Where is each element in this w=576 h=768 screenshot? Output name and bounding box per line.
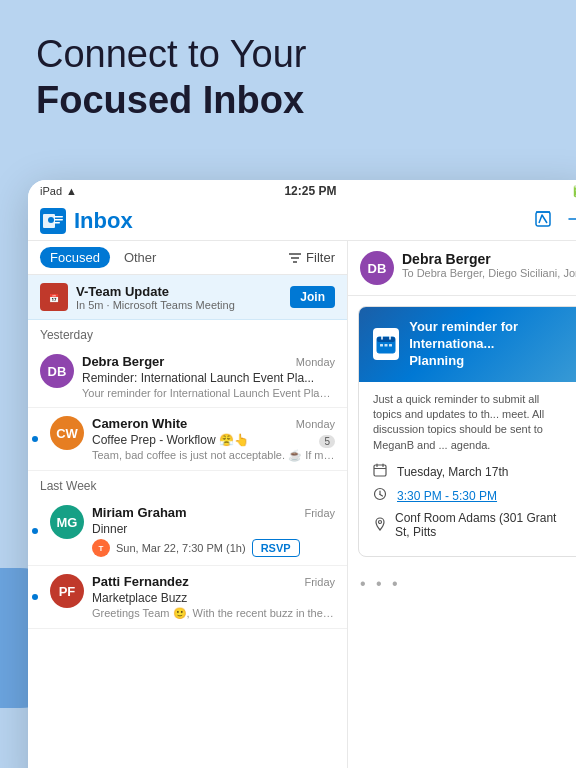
sender-debra: Debra Berger — [82, 354, 164, 369]
svg-rect-3 — [54, 216, 63, 218]
detail-sender-info: Debra Berger To Debra Berger, Diego Sici… — [402, 251, 576, 279]
email-header-debra: Debra Berger Monday — [82, 354, 335, 369]
tab-other[interactable]: Other — [114, 247, 167, 268]
reminder-title: Your reminder for Internationa...Plannin… — [409, 319, 571, 370]
date-cameron: Monday — [296, 418, 335, 430]
email-item-cameron[interactable]: CW Cameron White Monday Coffee Prep - Wo… — [28, 408, 347, 471]
email-item-debra[interactable]: DB Debra Berger Monday Reminder: Interna… — [28, 346, 347, 408]
detail-header: DB Debra Berger To Debra Berger, Diego S… — [348, 241, 576, 296]
svg-rect-17 — [385, 344, 388, 347]
svg-rect-13 — [377, 337, 395, 342]
email-body-debra: Debra Berger Monday Reminder: Internatio… — [82, 354, 335, 399]
count-badge-cameron: 5 — [319, 435, 335, 448]
hero-title: Connect to Your Focused Inbox — [36, 32, 540, 123]
vteam-icon: 📅 — [40, 283, 68, 311]
status-right: 🔋 — [544, 185, 576, 198]
vteam-subtitle: In 5m · Microsoft Teams Meeting — [76, 299, 282, 311]
device-frame: iPad ▲ 12:25 PM 🔋 Inbox — [28, 180, 576, 768]
vteam-title: V-Team Update — [76, 284, 282, 299]
tabs-bar: Focused Other Filter — [28, 241, 347, 275]
event-date: Tuesday, March 17th — [397, 465, 508, 479]
compose-icon[interactable] — [534, 210, 552, 232]
avatar-miriam: MG — [50, 505, 84, 539]
filter-label: Filter — [306, 250, 335, 265]
email-header-cameron: Cameron White Monday — [92, 416, 335, 431]
email-list: Yesterday DB Debra Berger Monday Reminde… — [28, 320, 347, 768]
email-body-cameron: Cameron White Monday Coffee Prep - Workf… — [92, 416, 335, 462]
sender-cameron: Cameron White — [92, 416, 187, 431]
more-indicator: • • • — [348, 567, 576, 601]
svg-line-25 — [380, 495, 383, 497]
reminder-card-header: Your reminder for Internationa...Plannin… — [359, 307, 576, 382]
svg-rect-18 — [389, 344, 392, 347]
rsvp-row: T Sun, Mar 22, 7:30 PM (1h) RSVP — [92, 539, 335, 557]
svg-rect-4 — [54, 219, 63, 221]
hero-section: Connect to Your Focused Inbox — [36, 32, 540, 123]
calendar-detail-icon — [373, 463, 389, 480]
avatar-debra: DB — [40, 354, 74, 388]
section-yesterday: Yesterday — [28, 320, 347, 346]
svg-rect-5 — [54, 222, 60, 224]
rsvp-button[interactable]: RSVP — [252, 539, 300, 557]
preview-debra: Your reminder for International Launch E… — [82, 387, 335, 399]
right-panel: DB Debra Berger To Debra Berger, Diego S… — [348, 241, 576, 768]
app-header-left: Inbox — [40, 208, 133, 234]
filter-button[interactable]: Filter — [288, 250, 335, 265]
date-debra: Monday — [296, 356, 335, 368]
subject-debra: Reminder: International Launch Event Pla… — [82, 371, 335, 385]
svg-rect-6 — [536, 212, 550, 226]
subject-patti: Marketplace Buzz — [92, 591, 335, 605]
email-body-patti: Patti Fernandez Friday Marketplace Buzz … — [92, 574, 335, 620]
email-body-miriam: Miriam Graham Friday Dinner T Sun, Mar 2… — [92, 505, 335, 557]
avatar-cameron: CW — [50, 416, 84, 450]
svg-rect-19 — [374, 465, 386, 476]
location-row: Conf Room Adams (301 Grant St, Pitts — [373, 511, 571, 539]
detail-avatar: DB — [360, 251, 394, 285]
left-panel: Focused Other Filter 📅 V-Team Update In … — [28, 241, 348, 768]
svg-rect-16 — [380, 344, 383, 347]
app-header-icons — [534, 210, 576, 232]
outlook-logo — [40, 208, 66, 234]
email-item-miriam[interactable]: MG Miriam Graham Friday Dinner T Sun, Ma… — [28, 497, 347, 566]
rsvp-text: Sun, Mar 22, 7:30 PM (1h) — [116, 542, 246, 554]
email-header-miriam: Miriam Graham Friday — [92, 505, 335, 520]
preview-cameron: Team, bad coffee is just not acceptable.… — [92, 449, 335, 462]
email-item-patti[interactable]: PF Patti Fernandez Friday Marketplace Bu… — [28, 566, 347, 629]
status-time: 12:25 PM — [284, 184, 336, 198]
svg-rect-2 — [48, 217, 54, 223]
ipad-label: iPad — [40, 185, 62, 197]
detail-sender-name: Debra Berger — [402, 251, 576, 267]
date-patti: Friday — [304, 576, 335, 588]
email-header-patti: Patti Fernandez Friday — [92, 574, 335, 589]
avatar-patti: PF — [50, 574, 84, 608]
svg-point-26 — [379, 520, 382, 523]
sender-miriam: Miriam Graham — [92, 505, 187, 520]
vteam-banner[interactable]: 📅 V-Team Update In 5m · Microsoft Teams … — [28, 275, 347, 320]
time-row: 3:30 PM - 5:30 PM — [373, 487, 571, 504]
subject-miriam: Dinner — [92, 522, 335, 536]
ellipsis: • • • — [360, 575, 401, 593]
unread-dot-patti — [32, 594, 38, 600]
clock-icon — [373, 487, 389, 504]
detail-to: To Debra Berger, Diego Siciliani, Joni S… — [402, 267, 576, 279]
svg-text:📅: 📅 — [49, 293, 59, 303]
subject-cameron: Coffee Prep - Workflow 😤👆 — [92, 433, 313, 447]
wifi-icon: ▲ — [66, 185, 77, 197]
vteam-text: V-Team Update In 5m · Microsoft Teams Me… — [76, 284, 282, 311]
preview-patti: Greetings Team 🙂, With the recent buzz i… — [92, 607, 335, 620]
date-row: Tuesday, March 17th — [373, 463, 571, 480]
app-header: Inbox — [28, 202, 576, 241]
expand-icon[interactable] — [566, 210, 576, 232]
status-bar: iPad ▲ 12:25 PM 🔋 — [28, 180, 576, 202]
sender-patti: Patti Fernandez — [92, 574, 189, 589]
email-meta-cameron: Coffee Prep - Workflow 😤👆 5 — [92, 433, 335, 449]
app-title: Inbox — [74, 208, 133, 234]
event-time[interactable]: 3:30 PM - 5:30 PM — [397, 489, 497, 503]
reminder-body: Just a quick reminder to submit all topi… — [359, 382, 576, 557]
status-left: iPad ▲ — [40, 185, 77, 197]
reminder-desc: Just a quick reminder to submit all topi… — [373, 392, 571, 454]
tab-focused[interactable]: Focused — [40, 247, 110, 268]
reminder-card: Your reminder for Internationa...Plannin… — [358, 306, 576, 557]
unread-dot-cameron — [32, 436, 38, 442]
join-button[interactable]: Join — [290, 286, 335, 308]
